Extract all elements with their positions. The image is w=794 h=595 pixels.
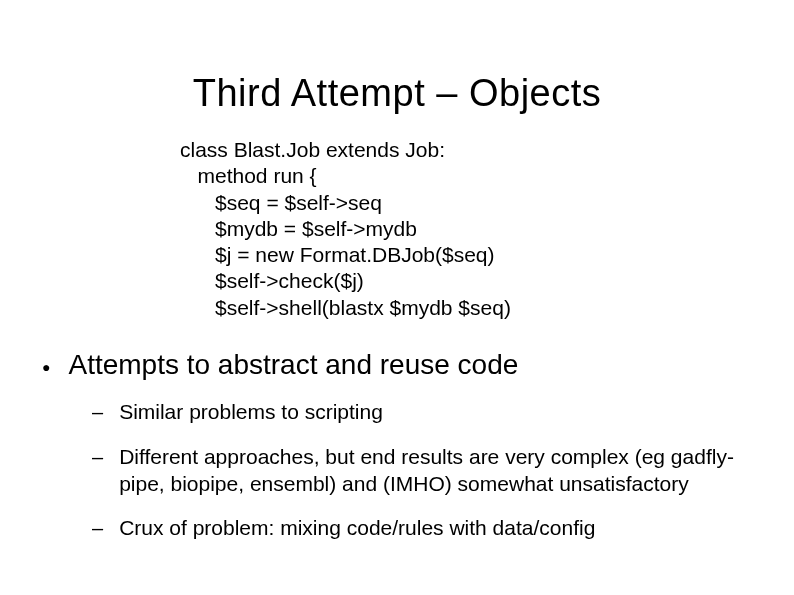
list-item: – Similar problems to scripting xyxy=(92,399,734,426)
bullet-list: ● Attempts to abstract and reuse code – … xyxy=(42,349,754,543)
code-line: method run { xyxy=(180,164,317,187)
bullet-icon: ● xyxy=(42,360,50,374)
bullet-text: Different approaches, but end results ar… xyxy=(119,444,734,498)
dash-icon: – xyxy=(92,515,103,541)
bullet-text: Similar problems to scripting xyxy=(119,399,383,426)
list-item: ● Attempts to abstract and reuse code xyxy=(42,349,754,381)
bullet-text: Attempts to abstract and reuse code xyxy=(68,349,518,381)
slide-title: Third Attempt – Objects xyxy=(0,0,794,115)
code-line: $self->check($j) xyxy=(180,269,364,292)
code-line: $mydb = $self->mydb xyxy=(180,217,417,240)
list-item: – Crux of problem: mixing code/rules wit… xyxy=(92,515,734,542)
code-example: class Blast.Job extends Job: method run … xyxy=(180,137,794,321)
code-line: $seq = $self->seq xyxy=(180,191,382,214)
bullet-text: Crux of problem: mixing code/rules with … xyxy=(119,515,595,542)
dash-icon: – xyxy=(92,399,103,425)
dash-icon: – xyxy=(92,444,103,470)
code-line: $j = new Format.DBJob($seq) xyxy=(180,243,495,266)
code-line: $self->shell(blastx $mydb $seq) xyxy=(180,296,511,319)
code-line: class Blast.Job extends Job: xyxy=(180,138,445,161)
list-item: – Different approaches, but end results … xyxy=(92,444,734,498)
slide: Third Attempt – Objects class Blast.Job … xyxy=(0,0,794,595)
